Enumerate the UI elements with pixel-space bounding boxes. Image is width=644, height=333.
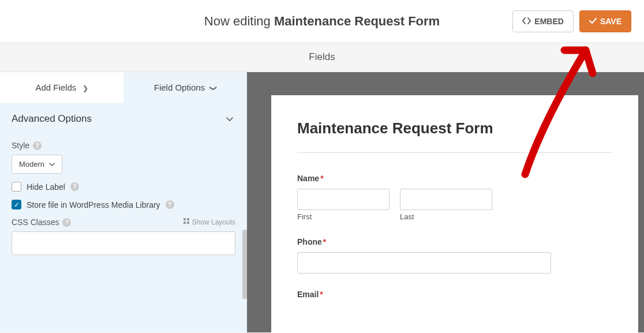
chevron-right-icon: ❯ (83, 84, 88, 92)
code-icon (522, 17, 531, 26)
last-sublabel: Last (400, 212, 492, 221)
svg-rect-1 (187, 218, 189, 220)
save-button[interactable]: SAVE (579, 10, 631, 32)
svg-rect-0 (184, 218, 186, 220)
first-name-input[interactable] (297, 189, 390, 210)
svg-rect-3 (187, 222, 189, 224)
tab-field-options-label: Field Options (154, 83, 205, 92)
name-inputs (297, 189, 612, 210)
name-sublabels: First Last (297, 212, 612, 221)
editing-prefix: Now editing (204, 14, 274, 28)
embed-button[interactable]: EMBED (512, 10, 574, 32)
css-classes-label-row: CSS Classes ? (12, 218, 71, 227)
phone-field-label: Phone* (297, 237, 612, 246)
required-asterisk: * (323, 237, 326, 246)
first-sublabel: First (297, 212, 390, 221)
required-asterisk: * (320, 290, 323, 299)
phone-input[interactable] (297, 252, 551, 274)
field-options-panel: Advanced Options Style ? Modern (0, 103, 247, 267)
store-file-row: ✓ Store file in WordPress Media Library … (12, 200, 235, 209)
name-field-label: Name* (297, 174, 612, 183)
help-icon[interactable]: ? (166, 200, 174, 209)
grid-icon (184, 218, 190, 226)
tab-add-fields[interactable]: Add Fields ❯ (0, 72, 123, 103)
page-title: Now editing Maintenance Request Form (204, 14, 440, 29)
css-classes-header: CSS Classes ? Show Layouts (12, 218, 235, 227)
check-icon (589, 17, 597, 26)
last-name-input[interactable] (400, 189, 492, 210)
email-field-label: Email* (297, 290, 612, 299)
style-label: Style (12, 141, 29, 150)
form-preview: Maintenance Request Form Name* First Las… (247, 72, 644, 332)
form-divider (297, 152, 612, 153)
editor-header: Now editing Maintenance Request Form EMB… (0, 0, 644, 43)
hide-label-text: Hide Label (27, 182, 65, 192)
advanced-options-accordion[interactable]: Advanced Options (0, 103, 247, 135)
sidebar: Add Fields ❯ Field Options ❯ Advanced Op… (0, 72, 247, 332)
chevron-down-icon: ❯ (209, 85, 218, 91)
advanced-options-body: Style ? Modern Hide Label ? (0, 135, 247, 267)
store-file-checkbox[interactable]: ✓ (12, 200, 21, 209)
show-layouts-label: Show Layouts (192, 218, 235, 226)
required-asterisk: * (320, 174, 323, 183)
form-canvas[interactable]: Maintenance Request Form Name* First Las… (271, 95, 638, 333)
hide-label-row: Hide Label ? (12, 182, 235, 192)
workspace: Add Fields ❯ Field Options ❯ Advanced Op… (0, 72, 644, 332)
form-name: Maintenance Request Form (274, 14, 440, 28)
style-label-row: Style ? (12, 141, 235, 150)
chevron-down-icon (224, 114, 235, 124)
header-actions: EMBED SAVE (512, 10, 631, 32)
svg-rect-2 (184, 222, 186, 224)
show-layouts-button[interactable]: Show Layouts (184, 218, 235, 226)
chevron-down-icon (49, 160, 55, 169)
tab-field-options[interactable]: Field Options ❯ (123, 72, 247, 103)
store-file-text: Store file in WordPress Media Library (27, 200, 160, 209)
style-field: Style ? Modern (12, 141, 235, 174)
style-select[interactable]: Modern (12, 155, 62, 174)
help-icon[interactable]: ? (70, 182, 79, 191)
style-value: Modern (19, 160, 44, 169)
form-title: Maintenance Request Form (297, 119, 612, 137)
embed-label: EMBED (534, 17, 564, 26)
section-title: Fields (0, 43, 644, 72)
hide-label-checkbox[interactable] (12, 182, 21, 192)
save-label: SAVE (600, 17, 621, 26)
help-icon[interactable]: ? (62, 218, 71, 227)
advanced-options-label: Advanced Options (12, 113, 92, 125)
css-classes-input[interactable] (12, 231, 235, 255)
css-classes-label: CSS Classes (12, 218, 59, 227)
tab-add-fields-label: Add Fields (35, 83, 76, 92)
sidebar-tabs: Add Fields ❯ Field Options ❯ (0, 72, 247, 103)
help-icon[interactable]: ? (33, 141, 42, 150)
